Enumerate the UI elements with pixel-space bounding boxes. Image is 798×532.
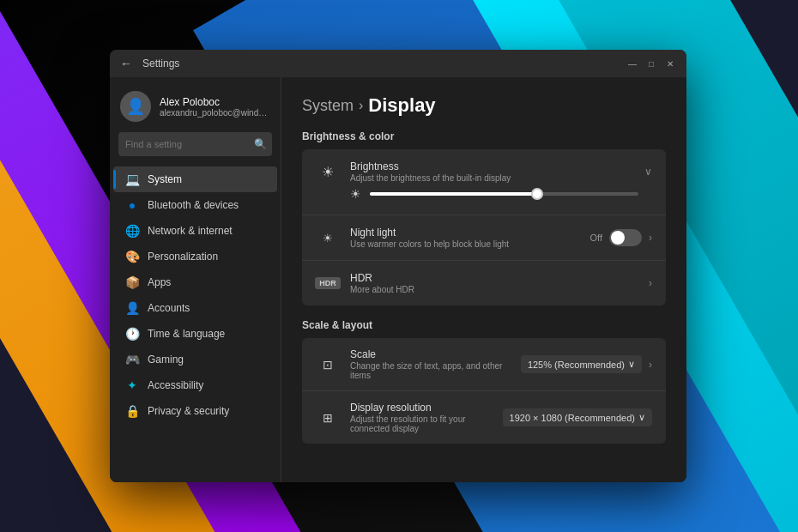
- breadcrumb-current: Display: [368, 94, 435, 117]
- sidebar-item-label: Personalization: [148, 251, 218, 263]
- network-icon: 🌐: [125, 224, 139, 238]
- user-info: Alex Poloboc alexandru_poloboc@windowsre…: [160, 96, 270, 118]
- display-resolution-dropdown[interactable]: 1920 × 1080 (Recommended) ∨: [503, 408, 652, 426]
- sidebar-item-network[interactable]: 🌐 Network & internet: [113, 218, 277, 244]
- hdr-right: ›: [649, 277, 652, 289]
- brightness-slider-track[interactable]: [370, 192, 638, 196]
- brightness-slider-row: ☀: [316, 184, 652, 211]
- user-email: alexandru_poloboc@windowsreport...: [160, 108, 270, 118]
- sidebar-item-system[interactable]: 💻 System: [113, 166, 277, 192]
- sidebar-item-personalization[interactable]: 🎨 Personalization: [113, 244, 277, 269]
- search-input[interactable]: [118, 132, 272, 156]
- display-resolution-right: 1920 × 1080 (Recommended) ∨: [503, 408, 652, 426]
- display-resolution-row[interactable]: ⊞ Display resolution Adjust the resoluti…: [302, 391, 666, 444]
- privacy-icon: 🔒: [125, 404, 139, 418]
- breadcrumb-parent: System: [302, 97, 354, 115]
- sidebar-item-apps[interactable]: 📦 Apps: [113, 269, 277, 295]
- sidebar: 👤 Alex Poloboc alexandru_poloboc@windows…: [110, 77, 281, 482]
- night-light-chevron[interactable]: ›: [649, 232, 652, 244]
- scale-icon: ⊡: [316, 353, 340, 377]
- hdr-subtitle: More about HDR: [350, 285, 649, 294]
- scale-subtitle: Change the size of text, apps, and other…: [350, 361, 521, 380]
- hdr-icon: HDR: [316, 271, 340, 295]
- sidebar-item-bluetooth[interactable]: ● Bluetooth & devices: [113, 192, 277, 218]
- user-section: 👤 Alex Poloboc alexandru_poloboc@windows…: [110, 77, 281, 132]
- display-resolution-title: Display resolution: [350, 402, 503, 414]
- avatar: 👤: [120, 91, 151, 122]
- breadcrumb-separator: ›: [359, 98, 363, 113]
- display-resolution-value: 1920 × 1080 (Recommended): [510, 413, 635, 423]
- brightness-slider-icon: ☀: [350, 187, 361, 201]
- brightness-right: ∨: [644, 166, 652, 178]
- titlebar: ← Settings — □ ✕: [110, 50, 686, 77]
- sidebar-item-time[interactable]: 🕐 Time & language: [113, 321, 277, 347]
- personalization-icon: 🎨: [125, 250, 139, 263]
- brightness-expand-icon[interactable]: ∨: [644, 166, 652, 178]
- settings-window: ← Settings — □ ✕ 👤 Alex Poloboc alexandr…: [110, 50, 686, 482]
- scale-text: Scale Change the size of text, apps, and…: [350, 348, 521, 380]
- sidebar-item-gaming[interactable]: 🎮 Gaming: [113, 347, 277, 372]
- brightness-subtitle: Adjust the brightness of the built-in di…: [350, 173, 644, 183]
- brightness-icon: ☀: [316, 160, 340, 184]
- sidebar-item-label: Accessibility: [148, 379, 203, 391]
- minimize-button[interactable]: —: [626, 57, 638, 70]
- sidebar-item-label: Apps: [148, 276, 171, 288]
- section-title-brightness: Brightness & color: [302, 130, 666, 142]
- scale-chevron[interactable]: ›: [649, 359, 652, 371]
- main-content: 👤 Alex Poloboc alexandru_poloboc@windows…: [110, 77, 686, 482]
- brightness-slider-fill: [370, 192, 536, 196]
- brightness-text: Brightness Adjust the brightness of the …: [350, 160, 644, 183]
- user-name: Alex Poloboc: [160, 96, 270, 108]
- accessibility-icon: ✦: [125, 378, 139, 392]
- display-resolution-dropdown-icon: ∨: [638, 412, 645, 423]
- back-button[interactable]: ←: [120, 57, 132, 70]
- hdr-text: HDR More about HDR: [350, 272, 649, 294]
- section-title-scale: Scale & layout: [302, 319, 666, 331]
- night-light-text: Night light Use warmer colors to help bl…: [350, 227, 590, 249]
- night-light-right: Off ›: [590, 229, 652, 246]
- night-light-toggle-thumb: [611, 231, 625, 245]
- window-title: Settings: [142, 57, 626, 70]
- apps-icon: 📦: [125, 275, 139, 289]
- sidebar-item-label: Bluetooth & devices: [148, 199, 239, 211]
- hdr-title: HDR: [350, 272, 649, 284]
- avatar-icon: 👤: [126, 97, 145, 116]
- gaming-icon: 🎮: [125, 353, 139, 366]
- scale-title: Scale: [350, 348, 521, 360]
- system-icon: 💻: [125, 172, 139, 186]
- accounts-icon: 👤: [125, 301, 139, 315]
- sidebar-item-accessibility[interactable]: ✦ Accessibility: [113, 372, 277, 398]
- night-light-toggle[interactable]: [609, 229, 642, 246]
- search-icon: 🔍: [254, 138, 267, 150]
- sidebar-item-privacy[interactable]: 🔒 Privacy & security: [113, 398, 277, 424]
- brightness-slider-thumb[interactable]: [531, 188, 543, 200]
- brightness-row[interactable]: ☀ Brightness Adjust the brightness of th…: [302, 149, 666, 215]
- breadcrumb: System › Display: [302, 94, 666, 117]
- hdr-badge: HDR: [315, 277, 341, 289]
- content-area: System › Display Brightness & color ☀ Br…: [281, 77, 686, 482]
- night-light-value: Off: [590, 233, 602, 243]
- window-controls: — □ ✕: [626, 57, 676, 70]
- sidebar-item-label: System: [148, 173, 182, 185]
- scale-dropdown-icon: ∨: [628, 359, 635, 370]
- display-resolution-text: Display resolution Adjust the resolution…: [350, 402, 503, 433]
- sidebar-item-label: Accounts: [148, 302, 190, 314]
- hdr-chevron[interactable]: ›: [649, 277, 652, 289]
- sidebar-item-label: Privacy & security: [148, 405, 229, 417]
- scale-layout-card: ⊡ Scale Change the size of text, apps, a…: [302, 338, 666, 444]
- maximize-button[interactable]: □: [645, 57, 657, 70]
- sidebar-item-label: Gaming: [148, 354, 184, 366]
- night-light-row[interactable]: ☀ Night light Use warmer colors to help …: [302, 215, 666, 261]
- night-light-subtitle: Use warmer colors to help block blue lig…: [350, 239, 590, 249]
- sidebar-item-accounts[interactable]: 👤 Accounts: [113, 295, 277, 321]
- night-light-icon: ☀: [316, 226, 340, 250]
- scale-row[interactable]: ⊡ Scale Change the size of text, apps, a…: [302, 338, 666, 391]
- display-resolution-subtitle: Adjust the resolution to fit your connec…: [350, 414, 503, 433]
- nav-list: 💻 System ● Bluetooth & devices 🌐 Network…: [110, 163, 281, 482]
- display-resolution-icon: ⊞: [316, 406, 340, 430]
- scale-dropdown[interactable]: 125% (Recommended) ∨: [521, 355, 642, 373]
- search-box: 🔍: [118, 132, 272, 156]
- close-button[interactable]: ✕: [664, 57, 676, 70]
- brightness-color-card: ☀ Brightness Adjust the brightness of th…: [302, 149, 666, 305]
- hdr-row[interactable]: HDR HDR More about HDR ›: [302, 261, 666, 305]
